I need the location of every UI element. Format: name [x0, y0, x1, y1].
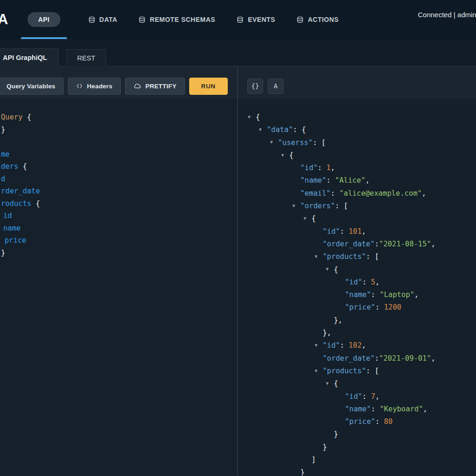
nav-item-label: DATA	[99, 16, 118, 23]
collapse-arrow-icon[interactable]: ▼	[259, 123, 262, 136]
logo-partial: A	[0, 11, 12, 28]
query-code-line: rder_date	[0, 185, 237, 198]
collapse-arrow-icon[interactable]: ▼	[315, 339, 317, 351]
remote-schemas-icon	[139, 16, 145, 23]
query-code-line: roducts {	[0, 198, 237, 210]
json-line: ▼{	[238, 111, 476, 124]
collapse-arrow-icon[interactable]: ▼	[248, 111, 251, 123]
database-icon	[88, 16, 95, 23]
tab-bar: API GraphiQL REST	[0, 39, 476, 66]
json-line: "name": "Alice",	[238, 174, 476, 187]
tab-rest[interactable]: REST	[66, 49, 106, 66]
json-line: }	[238, 428, 476, 441]
graphql-query-editor[interactable]: Query {} meders {drder_dateroducts {idna…	[0, 99, 237, 476]
json-line: ▼{	[238, 377, 476, 390]
json-line: ▼"orders": [	[238, 200, 476, 212]
json-line: ▼"data": {	[238, 124, 476, 136]
json-line: },	[238, 327, 476, 339]
json-line: "price": 1200	[238, 301, 476, 314]
workspace: Query Variables Headers PRETTIFY RUN Que…	[0, 66, 476, 476]
json-line: "price": 80	[238, 416, 476, 428]
nav-item-label: ACTIONS	[308, 16, 339, 23]
json-result-viewer: ▼{▼"data": {▼"userss": [▼{"id": 1,"name"…	[238, 99, 476, 476]
query-code-line: id	[0, 210, 237, 222]
result-toolbar: {} A	[238, 66, 476, 99]
json-line: "order_date":"2021-08-15",	[238, 238, 476, 251]
query-variables-button[interactable]: Query Variables	[0, 78, 64, 95]
nav-item-events[interactable]: EVENTS	[237, 16, 275, 23]
json-line: "email": "alice@example.com",	[238, 187, 476, 200]
actions-icon	[297, 16, 304, 23]
braces-button[interactable]: {}	[247, 79, 263, 94]
nav-item-api-label: API	[27, 12, 60, 27]
result-pane: {} A ▼{▼"data": {▼"userss": [▼{"id": 1,"…	[237, 66, 476, 476]
headers-label: Headers	[87, 83, 112, 90]
query-pane: Query Variables Headers PRETTIFY RUN Que…	[0, 66, 237, 476]
collapse-arrow-icon[interactable]: ▼	[326, 377, 329, 390]
json-line: "id": 101,	[238, 225, 476, 238]
nav-item-data[interactable]: DATA	[88, 16, 118, 23]
json-line: ]	[238, 454, 476, 466]
json-line: }	[238, 441, 476, 454]
collapse-arrow-icon[interactable]: ▼	[315, 250, 317, 263]
prettify-label: PRETTIFY	[145, 83, 177, 90]
nav-items: DATA REMOTE SCHEMAS EVENTS ACTIONS	[88, 16, 339, 23]
query-code-line: me	[0, 148, 237, 161]
json-line: "id": 5,	[238, 276, 476, 289]
query-variables-label: Query Variables	[7, 83, 55, 90]
query-code-line: ders {	[0, 160, 237, 173]
prettify-button[interactable]: PRETTIFY	[125, 78, 185, 95]
collapse-arrow-icon[interactable]: ▼	[304, 212, 306, 225]
tab-api-graphiql[interactable]: API GraphiQL	[0, 48, 59, 66]
nav-item-remote-schemas[interactable]: REMOTE SCHEMAS	[139, 16, 215, 23]
json-line: ▼{	[238, 212, 476, 225]
nav-item-label: EVENTS	[248, 16, 275, 23]
query-code-line: price	[0, 234, 237, 247]
collapse-arrow-icon[interactable]: ▼	[326, 263, 329, 275]
json-line: "name": "Keyboard",	[238, 403, 476, 416]
query-code-line: d	[0, 173, 237, 185]
query-code-line: }	[0, 124, 237, 136]
headers-icon	[76, 83, 83, 89]
collapse-arrow-icon[interactable]: ▼	[292, 199, 295, 212]
query-code-line: Query {	[0, 111, 237, 124]
run-label: RUN	[201, 83, 216, 90]
json-line: "id": 1,	[238, 162, 476, 174]
connection-status: Connected | admin	[418, 11, 476, 19]
query-code-line	[0, 136, 237, 148]
json-line: ▼{	[238, 149, 476, 162]
query-code-line: name	[0, 222, 237, 235]
json-line: "name": "Laptop",	[238, 289, 476, 301]
headers-button[interactable]: Headers	[68, 78, 121, 95]
nav-item-actions[interactable]: ACTIONS	[297, 16, 339, 23]
nav-item-api[interactable]: API	[21, 0, 67, 39]
json-line: ▼{	[238, 264, 476, 276]
collapse-arrow-icon[interactable]: ▼	[281, 149, 284, 161]
query-code-line: }	[0, 247, 237, 259]
json-line: ▼"products": [	[238, 365, 476, 377]
active-nav-underline	[21, 37, 67, 39]
nav-item-label: REMOTE SCHEMAS	[150, 16, 215, 23]
prettify-icon	[133, 83, 141, 89]
json-line: },	[238, 314, 476, 327]
json-line: ▼"userss": [	[238, 137, 476, 149]
json-line: ▼"products": [	[238, 251, 476, 263]
collapse-arrow-icon[interactable]: ▼	[315, 364, 317, 377]
json-line: "id": 7,	[238, 390, 476, 403]
events-icon	[237, 16, 244, 23]
run-button[interactable]: RUN	[189, 78, 228, 95]
top-navbar: A API DATA REMOTE SCHEMAS EVENTS	[0, 0, 476, 39]
query-toolbar: Query Variables Headers PRETTIFY RUN	[0, 66, 237, 99]
json-line: "order_date":"2021-09-01",	[238, 352, 476, 365]
collapse-arrow-icon[interactable]: ▼	[270, 136, 273, 148]
json-line: ▼"id": 102,	[238, 339, 476, 352]
json-line: }	[238, 466, 476, 476]
a-button[interactable]: A	[268, 79, 284, 94]
